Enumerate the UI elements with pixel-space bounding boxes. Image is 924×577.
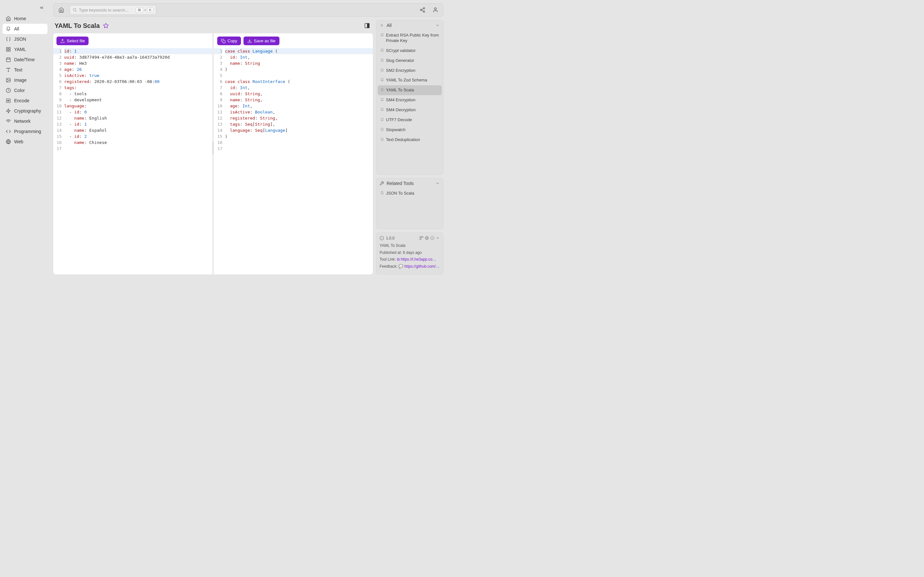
sidebar-item-yaml[interactable]: YAML (3, 44, 47, 55)
sidebar-item-date-time[interactable]: Date/Time (3, 55, 47, 65)
panel-item[interactable]: SM4 Encryption (378, 95, 442, 105)
svg-rect-1 (6, 47, 8, 49)
sidebar-collapse-button[interactable] (0, 3, 50, 13)
input-code-area[interactable]: 1234567891011121314151617 id: 1uuid: 3d8… (53, 33, 212, 274)
code-icon (6, 129, 11, 134)
panel-item-label: UTF7 Decode (386, 117, 412, 123)
grid-icon (6, 47, 11, 52)
sidebar-item-network[interactable]: Network (3, 116, 47, 126)
palette-icon (6, 88, 11, 93)
check-circle-icon[interactable] (430, 236, 435, 240)
star-icon (103, 23, 109, 29)
panel-item[interactable]: Stopwatch (378, 125, 442, 135)
sidebar-item-label: Web (14, 139, 23, 144)
panel-icon (364, 23, 370, 29)
panel-item-label: YAML To Zod Schema (386, 77, 427, 83)
panel-item-label: Extract RSA Public Key from Private Key (386, 33, 439, 44)
panel-item-label: JSON To Scala (386, 191, 414, 196)
output-code-area[interactable]: 1234567891011121314151617 case class Lan… (214, 33, 373, 274)
sidebar-item-image[interactable]: Image (3, 75, 47, 85)
sidebar-item-programming[interactable]: Programming (3, 126, 47, 137)
svg-point-12 (7, 79, 8, 80)
copy-button[interactable]: Copy (217, 37, 241, 45)
pin-icon (380, 137, 384, 141)
info-tool-link: Tool Link: ⧉https://t.he3app.co… (380, 257, 440, 262)
panel-item[interactable]: SM4 Decryption (378, 105, 442, 115)
feedback-link[interactable]: 💬https://github.com/… (399, 264, 439, 269)
search-box[interactable]: ⌘ + K (69, 5, 156, 15)
panel-item[interactable]: UTF7 Decode (378, 115, 442, 125)
user-button[interactable] (431, 5, 440, 15)
tool-link[interactable]: ⧉https://t.he3app.co… (397, 257, 436, 261)
layout-toggle-button[interactable] (363, 21, 372, 30)
svg-line-29 (422, 9, 423, 10)
sidebar-item-text[interactable]: Text (3, 65, 47, 75)
wrench-icon (380, 181, 384, 185)
pin-icon (380, 127, 384, 131)
hash-icon (6, 98, 11, 103)
panel-item[interactable]: SM2 Encryption (378, 66, 442, 76)
svg-point-27 (423, 11, 425, 13)
home-button[interactable] (57, 5, 66, 15)
sidebar-item-label: Image (14, 77, 27, 83)
panel-item[interactable]: Extract RSA Public Key from Private Key (378, 31, 442, 46)
output-code[interactable]: case class Language ( id: Int, name: Str… (225, 48, 373, 274)
editor-output-pane: Copy Save as file 1234567891011121314151… (214, 33, 373, 274)
panel-item-label: YAML To Scala (386, 87, 414, 93)
panel-item-label: Stopwatch (386, 127, 405, 133)
svg-point-30 (435, 8, 436, 10)
sidebar-item-cryptography[interactable]: Cryptography (3, 106, 47, 116)
sidebar-item-json[interactable]: JSON (3, 34, 47, 44)
input-code[interactable]: id: 1uuid: 3d877494-e7d4-48e3-aa7a-16437… (64, 48, 212, 274)
panel-item[interactable]: YAML To Zod Schema (378, 75, 442, 85)
pin-icon (380, 118, 384, 121)
pin-icon (380, 48, 384, 52)
version-label: 1.0.0 (386, 236, 395, 240)
globe-icon[interactable] (425, 236, 429, 240)
panel-item[interactable]: JSON To Scala (378, 189, 442, 198)
svg-point-23 (73, 8, 76, 11)
select-file-button[interactable]: Select file (57, 37, 89, 45)
svg-marker-19 (6, 109, 10, 113)
panel-all-list[interactable]: Extract RSA Public Key from Private KeyS… (376, 31, 443, 174)
search-input[interactable] (79, 8, 134, 13)
download-icon (247, 39, 252, 43)
panel-item-label: SM4 Decryption (386, 107, 415, 113)
panel-item-label: SM2 Encryption (386, 68, 415, 73)
braces-icon (6, 37, 11, 42)
share-button[interactable] (418, 5, 427, 15)
panel-item[interactable]: Text Deduplication (378, 135, 442, 145)
pin-icon (380, 108, 384, 111)
panel-related-section: Related Tools JSON To Scala (376, 178, 443, 229)
qr-icon[interactable] (419, 236, 423, 240)
panel-item-label: SCrypt validator (386, 48, 415, 53)
sidebar-item-color[interactable]: Color (3, 85, 47, 95)
pin-icon (6, 26, 11, 31)
favorite-button[interactable] (103, 23, 109, 29)
editors: Select file 1234567891011121314151617 id… (53, 33, 373, 274)
panel-all-header[interactable]: All (376, 20, 443, 31)
kbd-k: K (147, 7, 153, 13)
panel-item[interactable]: SCrypt validator (378, 46, 442, 56)
sidebar-item-all[interactable]: All (3, 24, 47, 34)
sidebar-item-label: Network (14, 119, 31, 124)
svg-rect-3 (9, 50, 10, 51)
panel-item-label: Text Deduplication (386, 137, 420, 143)
svg-line-28 (422, 10, 423, 11)
sidebar-item-label: Programming (14, 129, 41, 134)
chevron-down-icon[interactable] (436, 236, 440, 240)
sidebar-item-encode[interactable]: Encode (3, 95, 47, 106)
panel-related-header[interactable]: Related Tools (376, 178, 443, 189)
save-as-file-button[interactable]: Save as file (244, 37, 279, 45)
sidebar-item-web[interactable]: Web (3, 137, 47, 147)
svg-marker-31 (103, 23, 108, 28)
panel-related-list[interactable]: JSON To Scala (376, 189, 443, 229)
topbar: ⌘ + K (53, 3, 443, 17)
panel-item[interactable]: Slug Generator (378, 56, 442, 66)
panel-item-label: Slug Generator (386, 58, 414, 63)
sidebar-item-label: All (14, 26, 19, 31)
info-icon (380, 236, 384, 240)
output-gutter: 1234567891011121314151617 (214, 48, 225, 274)
sidebar-item-home[interactable]: Home (3, 13, 47, 24)
panel-item[interactable]: YAML To Scala (378, 85, 442, 95)
